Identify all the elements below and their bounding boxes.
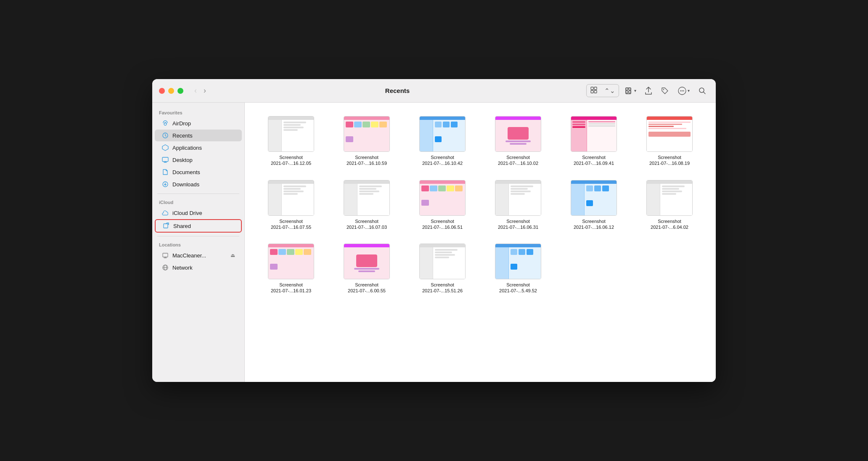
- main-content: Screenshot2021-07-...16.12.05 Screenshot…: [245, 103, 716, 382]
- file-thumbnail-14: [419, 244, 466, 279]
- forward-button[interactable]: ›: [201, 85, 209, 96]
- sidebar-item-desktop[interactable]: Desktop: [155, 154, 242, 166]
- sidebar-item-maccleaner[interactable]: MacCleaner... ⏏: [155, 249, 242, 261]
- svg-point-9: [663, 89, 664, 90]
- file-name-9: Screenshot2021-07-...16.06.31: [498, 218, 538, 231]
- svg-rect-4: [626, 88, 628, 90]
- close-button[interactable]: [159, 88, 165, 94]
- view-toggle: ⌃⌄: [586, 84, 619, 97]
- file-name-8: Screenshot2021-07-...16.06.51: [422, 218, 463, 231]
- svg-rect-19: [164, 224, 168, 228]
- file-item-14[interactable]: Screenshot2021-07-...15.51.26: [406, 240, 479, 297]
- file-item-4[interactable]: Screenshot2021-07-...16.09.41: [558, 113, 630, 170]
- file-thumbnail-0: [268, 116, 314, 152]
- file-item-7[interactable]: Screenshot2021-07-...16.07.03: [331, 177, 403, 234]
- tag-button[interactable]: [658, 85, 672, 97]
- svg-rect-1: [594, 87, 597, 90]
- svg-point-13: [683, 90, 684, 91]
- file-item-11[interactable]: Screenshot2021-07-...6.04.02: [633, 177, 706, 234]
- maximize-button[interactable]: [177, 88, 183, 94]
- finder-window: ‹ › Recents ⌃⌄: [152, 79, 716, 382]
- file-item-9[interactable]: Screenshot2021-07-...16.06.31: [482, 177, 554, 234]
- maccleaner-icon: [161, 252, 169, 259]
- toolbar-right: ⌃⌄ ▾: [586, 84, 709, 97]
- network-label: Network: [172, 265, 193, 271]
- sidebar-item-downloads[interactable]: Downloads: [155, 178, 242, 190]
- file-thumbnail-3: [495, 116, 541, 152]
- sidebar: Favourites AirDrop: [152, 103, 245, 382]
- file-item-0[interactable]: Screenshot2021-07-...16.12.05: [255, 113, 327, 170]
- svg-rect-6: [626, 91, 628, 93]
- applications-icon: [161, 144, 169, 151]
- window-controls: [159, 88, 183, 94]
- file-thumbnail-15: [495, 244, 541, 279]
- file-name-13: Screenshot2021-07-...6.00.55: [348, 282, 386, 294]
- downloads-icon: [161, 180, 169, 188]
- file-grid: Screenshot2021-07-...16.12.05 Screenshot…: [255, 113, 706, 297]
- svg-rect-0: [591, 87, 593, 90]
- file-thumbnail-4: [571, 116, 617, 152]
- file-item-6[interactable]: Screenshot2021-07-...16.07.55: [255, 177, 327, 234]
- more-button[interactable]: ▾: [675, 85, 692, 97]
- sort-button[interactable]: ⌃⌄: [601, 85, 619, 96]
- downloads-label: Downloads: [172, 181, 199, 188]
- file-name-0: Screenshot2021-07-...16.12.05: [271, 154, 311, 167]
- file-thumbnail-7: [344, 180, 390, 216]
- svg-point-12: [682, 90, 683, 91]
- airdrop-icon: [161, 119, 169, 127]
- airdrop-label: AirDrop: [172, 120, 191, 127]
- documents-icon: [161, 168, 169, 176]
- svg-rect-7: [629, 91, 631, 93]
- file-item-5[interactable]: Screenshot2021-07-...16.08.19: [633, 113, 706, 170]
- file-item-10[interactable]: Screenshot2021-07-...16.06.12: [558, 177, 630, 234]
- file-item-13[interactable]: Screenshot2021-07-...6.00.55: [331, 240, 403, 297]
- file-thumbnail-9: [495, 180, 541, 216]
- svg-point-14: [699, 88, 704, 93]
- svg-rect-17: [162, 157, 168, 162]
- icloud-drive-label: iCloud Drive: [172, 210, 202, 216]
- file-name-4: Screenshot2021-07-...16.09.41: [574, 154, 614, 167]
- svg-point-11: [680, 90, 681, 91]
- file-thumbnail-13: [344, 244, 390, 279]
- file-thumbnail-1: [344, 116, 390, 152]
- sidebar-item-recents[interactable]: Recents: [155, 130, 242, 141]
- file-item-3[interactable]: Screenshot2021-07-...16.10.02: [482, 113, 554, 170]
- file-name-11: Screenshot2021-07-...6.04.02: [651, 218, 688, 231]
- svg-rect-2: [591, 90, 593, 93]
- locations-label: Locations: [152, 240, 244, 249]
- file-thumbnail-5: [646, 116, 693, 152]
- recents-icon: [161, 132, 169, 139]
- shared-icon: [162, 222, 170, 230]
- icloud-drive-icon: [161, 209, 169, 217]
- file-item-12[interactable]: Screenshot2021-07-...16.01.23: [255, 240, 327, 297]
- sidebar-item-documents[interactable]: Documents: [155, 166, 242, 178]
- sidebar-item-airdrop[interactable]: AirDrop: [155, 117, 242, 129]
- favourites-label: Favourites: [152, 108, 244, 117]
- minimize-button[interactable]: [168, 88, 174, 94]
- group-view-button[interactable]: ▾: [622, 85, 639, 97]
- sidebar-item-icloud-drive[interactable]: iCloud Drive: [155, 207, 242, 219]
- file-item-1[interactable]: Screenshot2021-07-...16.10.59: [331, 113, 403, 170]
- search-button[interactable]: [696, 85, 709, 97]
- sidebar-item-shared[interactable]: Shared: [155, 219, 242, 233]
- file-item-8[interactable]: Screenshot2021-07-...16.06.51: [406, 177, 479, 234]
- sidebar-item-network[interactable]: Network: [155, 262, 242, 273]
- file-name-7: Screenshot2021-07-...16.07.03: [347, 218, 387, 231]
- maccleaner-label: MacCleaner...: [172, 252, 206, 259]
- back-button[interactable]: ‹: [192, 85, 199, 96]
- desktop-icon: [161, 156, 169, 164]
- grid-view-button[interactable]: [587, 85, 601, 97]
- file-name-14: Screenshot2021-07-...15.51.26: [422, 282, 463, 294]
- share-button[interactable]: [642, 85, 655, 97]
- file-name-6: Screenshot2021-07-...16.07.55: [271, 218, 311, 231]
- file-name-1: Screenshot2021-07-...16.10.59: [347, 154, 387, 167]
- file-item-15[interactable]: Screenshot2021-07-...5.49.52: [482, 240, 554, 297]
- eject-icon[interactable]: ⏏: [230, 252, 235, 258]
- file-name-15: Screenshot2021-07-...5.49.52: [499, 282, 537, 294]
- titlebar: ‹ › Recents ⌃⌄: [152, 79, 716, 103]
- file-item-2[interactable]: Screenshot2021-07-...16.10.42: [406, 113, 479, 170]
- sidebar-divider-1: [157, 193, 239, 194]
- window-title: Recents: [214, 87, 581, 94]
- sidebar-item-applications[interactable]: Applications: [155, 142, 242, 154]
- file-thumbnail-10: [571, 180, 617, 216]
